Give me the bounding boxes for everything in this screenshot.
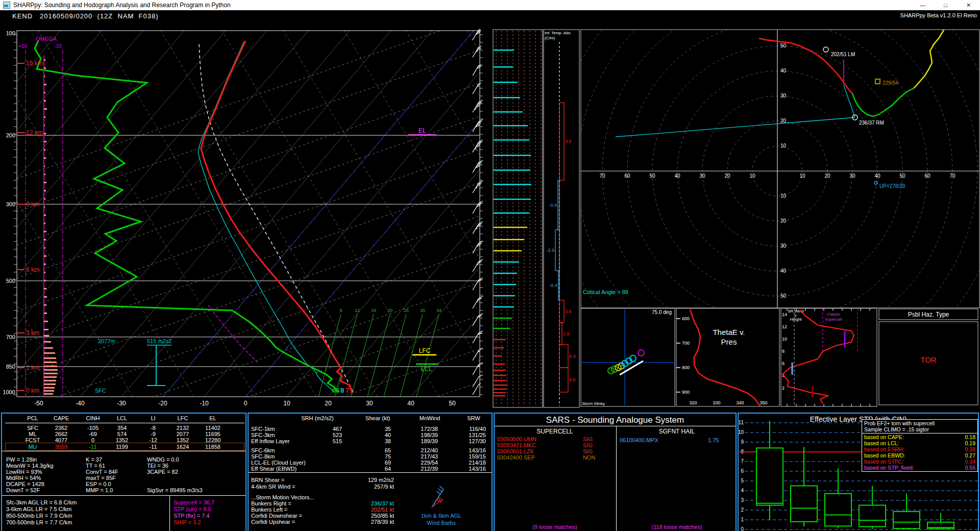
omega-bar bbox=[44, 231, 46, 232]
index-value: LowRH = 93% bbox=[6, 469, 42, 475]
inset-panels[interactable]: 75.0 degStorm SlinkyThetaE v.Pres6007008… bbox=[580, 308, 980, 407]
kinematics-panel[interactable]: SRH (m2/s2)Shear (kt)MnWindSRWSFC-1km467… bbox=[248, 413, 493, 531]
sr-wind-value: 257/9 kt bbox=[348, 484, 394, 490]
stp-ytick: 9 bbox=[741, 439, 744, 445]
mean-wind-marker bbox=[875, 79, 880, 84]
composite-index: SHIP = 3.2 bbox=[174, 519, 201, 525]
stp-box-EF0 bbox=[893, 494, 920, 529]
index-value: K = 37 bbox=[86, 456, 102, 463]
minimize-button[interactable]: — bbox=[911, 0, 934, 10]
sars-panel[interactable]: SARS - Sounding Analogue SystemSUPERCELL… bbox=[494, 413, 737, 531]
skewt-panel[interactable]: 8121620253034100200300500700850100015 km… bbox=[0, 29, 494, 412]
parcel-ML-PCL[interactable]: ML bbox=[17, 431, 48, 437]
temp-advection-panel[interactable]: Inf. Temp. Adv.(C/hr)3.5-0.9-2.9-0.43.61… bbox=[543, 29, 580, 411]
parcel-ML-LCL[interactable]: 574 bbox=[107, 431, 137, 437]
index-value: MeanW = 14.3g/kg bbox=[6, 463, 54, 469]
sars-match-id[interactable]: 06100400.MPX bbox=[620, 437, 658, 443]
parcel-SFC-PCL[interactable]: SFC bbox=[17, 425, 48, 431]
parcel-SFC-LFC[interactable]: 2132 bbox=[167, 425, 198, 431]
kin-value: 523 bbox=[296, 432, 342, 438]
sars-match-id[interactable]: 03050421.MKC bbox=[497, 442, 536, 448]
thetae-ytick: 700 bbox=[682, 341, 690, 346]
parcel-ML-LI[interactable]: -9 bbox=[138, 431, 168, 437]
omega-bar bbox=[44, 133, 46, 134]
parcel-MU-CINH[interactable]: -11 bbox=[78, 444, 108, 450]
parcel-MU-PCL[interactable]: MU bbox=[17, 444, 48, 450]
parcel-ML-EL[interactable]: 11695 bbox=[198, 431, 228, 437]
parcel-MU-LI[interactable]: -11 bbox=[138, 444, 168, 450]
hodo-ring bbox=[580, 29, 977, 308]
thermo-panel[interactable]: PCLCAPECINHLCLLILFCELSFC2362-105354-8213… bbox=[1, 413, 247, 531]
wind-speed-profile-panel[interactable] bbox=[493, 29, 544, 411]
parcel-SFC-LI[interactable]: -8 bbox=[138, 425, 168, 431]
parcel-ML-CINH[interactable]: -69 bbox=[78, 431, 108, 437]
storm-barb-glyphs bbox=[417, 485, 458, 511]
parcel-MU-EL[interactable]: 11858 bbox=[198, 444, 228, 450]
omega-bar bbox=[44, 247, 45, 249]
temp-adv-value: 3.6 bbox=[565, 309, 572, 314]
kin-row-label: SFC-3km bbox=[251, 432, 275, 438]
wind-speed-bar bbox=[494, 212, 529, 213]
ring-label: 50 bbox=[780, 43, 787, 49]
slinky-ring bbox=[608, 368, 614, 374]
hodograph-panel[interactable]: 7060504030201010203040506070504030201010… bbox=[580, 29, 980, 308]
parcel-ML-CAPE[interactable]: 2662 bbox=[46, 431, 77, 437]
motion-value: 236/37 kt bbox=[348, 500, 394, 506]
height-label: 12 km bbox=[26, 129, 43, 136]
ring-label: 40 bbox=[780, 68, 787, 74]
close-button[interactable]: ✕ bbox=[957, 0, 980, 10]
wind-speed-bar bbox=[494, 392, 506, 393]
kin-value: 127/30 bbox=[440, 438, 486, 444]
sr-wind-title: Height bbox=[790, 317, 802, 322]
divider bbox=[169, 495, 170, 531]
inflow-srh-label: 515 m2s2 bbox=[147, 338, 172, 344]
parcel-SFC-CINH[interactable]: -105 bbox=[78, 425, 108, 431]
thetae-ytick: 900 bbox=[682, 390, 690, 395]
temp-adv-bar bbox=[555, 230, 559, 271]
parcel-SFC-CAPE[interactable]: 2362 bbox=[46, 425, 77, 431]
omega-bar bbox=[44, 380, 56, 381]
supercell-label: Supercell bbox=[825, 317, 842, 322]
sr-wind-label: 4-6km SR Wind = bbox=[251, 484, 296, 490]
sars-match-id[interactable]: 03042400.SEP bbox=[497, 454, 535, 461]
index-value: ESP = 0.0 bbox=[86, 481, 111, 487]
sars-match-id[interactable]: 03050500.UMN bbox=[497, 436, 536, 442]
wind-speed-bar bbox=[494, 170, 530, 171]
ring-label: 70 bbox=[949, 173, 955, 179]
parcel-MU-LCL[interactable]: 1199 bbox=[107, 444, 137, 450]
brn-label: BRN Shear = bbox=[251, 477, 284, 483]
sars-loose-matches: (118 loose matches) bbox=[616, 524, 738, 530]
storm-slinky-border bbox=[581, 308, 675, 406]
pressure-label: 1000 bbox=[3, 389, 15, 395]
line bbox=[479, 331, 483, 333]
wind-speed-bar bbox=[494, 370, 506, 371]
parcel-SFC-LCL[interactable]: 354 bbox=[107, 425, 137, 431]
separator bbox=[249, 472, 492, 473]
parcel-ML-LFC[interactable]: 2077 bbox=[167, 431, 198, 437]
kin-value: 38 bbox=[345, 438, 391, 444]
lfc-label: LFC bbox=[419, 347, 431, 354]
thetae-title2: Pres bbox=[721, 337, 737, 346]
parcel-SFC-EL[interactable]: 11402 bbox=[198, 425, 228, 431]
sars-match-id[interactable]: 03050501.LZK bbox=[497, 448, 534, 454]
omega-plus-label: +10 bbox=[18, 43, 27, 49]
wind-speed-bar bbox=[494, 273, 517, 274]
wind-speed-bar bbox=[494, 375, 506, 376]
mixing-ratio-line bbox=[384, 314, 406, 397]
lcl-label: LCL bbox=[421, 366, 432, 373]
sr-wind-ytick: 2 bbox=[782, 385, 785, 391]
stp-legend-row: based on LCL:0.19 bbox=[864, 440, 975, 446]
parcel-MU-LFC[interactable]: 1624 bbox=[167, 444, 198, 450]
temp-axis-label: -50 bbox=[34, 400, 43, 407]
lm-marker[interactable] bbox=[823, 47, 828, 52]
omega-bar bbox=[44, 198, 45, 200]
temp-adv-value: 1.9 bbox=[563, 331, 570, 336]
hazard-title: Psbl Haz. Type bbox=[908, 311, 949, 318]
maximize-button[interactable]: □ bbox=[934, 0, 957, 10]
wind-speed-bar bbox=[494, 328, 510, 329]
window-titlebar: SHARPpy: Sounding and Hodograph Analysis… bbox=[0, 0, 980, 10]
pressure-label: 100 bbox=[6, 30, 15, 36]
kin-row-label: SFC-6km bbox=[251, 447, 275, 453]
parcel-MU-CAPE[interactable]: 3559 bbox=[46, 444, 77, 450]
wind-speed-bar bbox=[494, 199, 531, 200]
